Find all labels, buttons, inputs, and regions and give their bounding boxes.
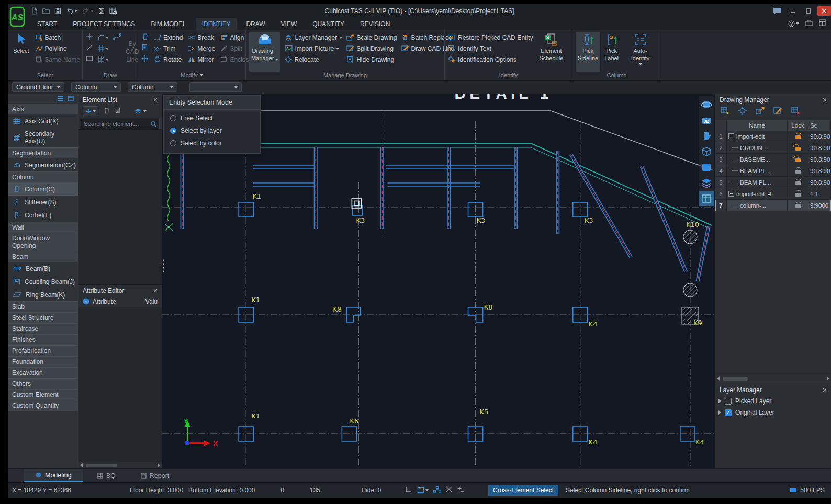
expand-icon[interactable] [718,399,721,403]
mirror-button[interactable]: Mirror [188,54,215,65]
rotate-button[interactable]: Rotate [154,54,183,65]
pan-hand-icon[interactable] [699,129,714,143]
polyline-button[interactable]: Polyline [36,43,80,54]
tab-bim-model[interactable]: BIM MODEL [144,18,192,30]
tab-modeling[interactable]: Modeling [24,469,83,482]
select-by-color-option[interactable]: Select by color [170,140,254,147]
draw-line-icon[interactable] [86,44,93,53]
original-layer-checkbox[interactable] [725,409,732,416]
sidebar-section-custom-quantity[interactable]: Custom Quantity [8,400,78,411]
draw-hatch-icon[interactable] [97,56,109,63]
add-element-button[interactable] [83,106,98,116]
wireframe-view-icon[interactable] [699,144,714,159]
attribute-editor-body[interactable] [78,307,162,462]
category-select[interactable]: Column [71,82,121,92]
sidebar-item-ring-beam[interactable]: Ring Beam(K) [8,288,78,301]
delete-drawing-icon[interactable] [791,107,800,117]
scale-drawing-icon2[interactable] [756,107,765,117]
table-lookup-icon[interactable] [109,7,117,15]
hide-drawing-button[interactable]: Hide Drawing [346,54,397,65]
layers-filter-icon[interactable] [134,108,147,114]
window-layout-icon[interactable] [819,19,826,28]
batch-button[interactable]: Batch [36,32,80,43]
pick-label-button[interactable]: Pick Label [602,32,621,72]
delete-element-icon[interactable] [104,107,110,116]
add-point-icon[interactable] [457,486,464,494]
close-button[interactable] [817,6,831,16]
element-type-select[interactable]: Column [128,82,177,92]
free-select-radio[interactable] [170,115,176,121]
list-view-icon[interactable] [57,96,64,103]
collapse-icon[interactable] [728,191,734,197]
auto-identify-button[interactable]: Auto-Identify [623,32,658,72]
identification-options-button[interactable]: Identification Options [448,54,533,65]
ortho-icon[interactable] [405,486,412,495]
tab-project-settings[interactable]: PROJECT SETTINGS [66,18,141,30]
sidebar-section-finishes[interactable]: Finishes [8,334,78,345]
element-list-close-icon[interactable] [153,96,158,104]
copy-icon[interactable] [142,44,149,53]
select-button[interactable]: Select [11,32,31,72]
element-select[interactable] [189,82,242,92]
sidebar-section-axis[interactable]: Axis [8,104,78,114]
edit-drawing-icon[interactable] [773,107,782,117]
sidebar-item-beam[interactable]: Beam(B) [8,262,78,275]
selection-mode-chip[interactable]: Cross-Element Select [488,485,558,496]
tab-bq[interactable]: BQ [85,469,127,482]
original-layer-row[interactable]: Original Layer [718,409,828,416]
drawing-manager-button[interactable]: Drawing Manager [249,32,280,72]
sidebar-section-others[interactable]: Others [8,378,78,389]
sidebar-section-slab[interactable]: Slab [8,301,78,312]
chat-icon[interactable] [770,6,784,16]
identify-text-button[interactable]: Identify Text [448,43,533,54]
lock-toggle[interactable] [788,188,808,199]
sidebar-section-steel[interactable]: Steel Structure [8,312,78,323]
3d-view-icon[interactable]: 3D [699,113,714,128]
tab-report[interactable]: Report [129,469,181,482]
trim-button[interactable]: Trim [154,43,183,54]
drawing-row[interactable]: 1 import-edit 90.8:908 [715,131,831,142]
attribute-editor-close-icon[interactable] [153,287,158,294]
sidebar-section-prefabrication[interactable]: Prefabrication [8,345,78,356]
group-label-modify[interactable]: Modify [141,72,242,80]
pick-sideline-button[interactable]: Pick Sideline [576,32,600,72]
select-by-layer-option[interactable]: Select by layer [170,127,254,134]
restore-picked-cad-button[interactable]: Restore Picked CAD Entity [448,32,533,43]
picked-layer-checkbox[interactable] [725,398,732,405]
tab-revision[interactable]: REVISION [354,18,396,30]
scale-drawing-button[interactable]: Scale Drawing [346,32,397,43]
drawing-row[interactable]: 2 GROUN... 90.8:908 [715,142,831,154]
lock-toggle[interactable] [788,131,808,142]
element-schedule-button[interactable]: Element Schedule [537,32,565,72]
element-search[interactable] [81,119,160,129]
draw-point-icon[interactable] [86,33,93,42]
lock-toggle[interactable] [788,165,808,176]
sidebar-section-foundation[interactable]: Foundation [8,356,78,367]
drawing-row[interactable]: 5 BEAM PL... 90.8:908 [715,177,831,188]
toolbox-icon[interactable] [805,19,813,28]
element-panel-hscrollbar[interactable] [78,462,162,468]
layers-view-icon[interactable] [699,176,714,190]
sidebar-item-secondary-axis[interactable]: Secondary Axis(U) [8,128,78,147]
split-drawing-button[interactable]: Split Drawing [346,43,397,54]
open-file-icon[interactable] [42,7,50,15]
sidebar-section-beam[interactable]: Beam [8,251,78,262]
element-list-body[interactable] [78,129,162,284]
expand-icon[interactable] [718,410,721,415]
drawing-row[interactable]: 4 BEAM PL... 90.8:908 [715,165,831,177]
sidebar-item-stiffener[interactable]: Stiffener(S) [8,196,78,209]
move-icon[interactable] [141,55,149,64]
floor-select[interactable]: Ground Floor [12,82,64,92]
drawing-manager-close-icon[interactable] [823,96,827,104]
sidebar-section-wall[interactable]: Wall [8,222,78,233]
sidebar-section-door-window[interactable]: Door/Window Opening [8,233,78,251]
add-drawing-icon[interactable] [721,107,729,117]
break-button[interactable]: Break [188,32,215,43]
undo-button[interactable] [66,7,77,15]
element-search-input[interactable] [84,121,149,127]
draw-spline-icon[interactable] [113,33,121,42]
select-by-layer-radio[interactable] [170,128,176,134]
draw-axis-grid-icon[interactable] [97,45,109,52]
tab-identify[interactable]: IDENTIFY [196,18,237,30]
right-panel-hscrollbar[interactable] [715,375,831,382]
